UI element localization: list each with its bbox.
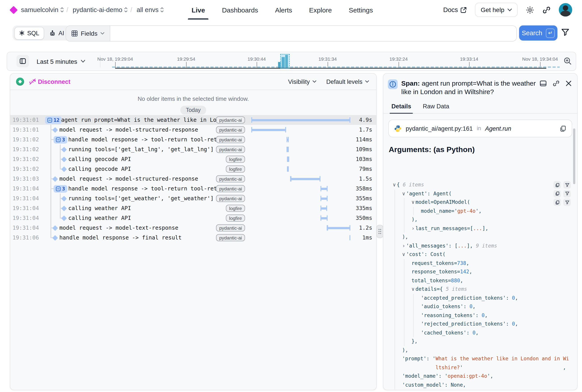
span-header: Span: agent run prompt=What is the weath… [383, 74, 577, 96]
indent-guide [404, 207, 404, 216]
trace-row[interactable]: 19:31:0112agent run prompt=What is the w… [10, 115, 376, 125]
indent-guide [413, 302, 414, 311]
indent-guide [395, 328, 395, 337]
gantt-track [251, 203, 350, 213]
nav-item-explore[interactable]: Explore [309, 0, 332, 20]
indent-guide [395, 337, 395, 346]
today-button[interactable]: Today [181, 106, 206, 114]
docs-label: Docs [443, 6, 458, 14]
docs-link[interactable]: Docs [443, 6, 467, 14]
trace-row[interactable]: 19:31:06handle model response -> final r… [10, 233, 376, 242]
code-token: 0 [469, 304, 473, 310]
span-title: Span: agent run prompt=What is the weath… [401, 79, 545, 96]
trace-row[interactable]: 19:31:01model request -> model-structure… [10, 125, 376, 135]
gantt-track [251, 213, 350, 223]
trace-row[interactable]: 19:31:02calling geocode APIlogfire103ms [10, 154, 376, 164]
copy-node-button[interactable] [553, 198, 561, 206]
filter-node-button[interactable] [563, 190, 571, 197]
copy-node-button[interactable] [553, 181, 561, 189]
breadcrumb-org[interactable]: samuelcolvin [21, 6, 64, 14]
search-input[interactable] [110, 26, 516, 41]
time-range-dropdown[interactable]: Last 5 minutes [37, 52, 85, 70]
collapse-badge[interactable]: 3 [54, 185, 67, 192]
search-button[interactable]: Search ↵ [519, 26, 557, 40]
tab-raw-data[interactable]: Raw Data [423, 103, 449, 113]
indent-guide [404, 337, 404, 346]
zoom-in-icon[interactable] [563, 57, 572, 66]
close-icon[interactable] [565, 80, 572, 86]
disconnect-button[interactable]: Disconnect [30, 78, 71, 85]
timeline-tick-label: Nov 18, 19:34:04 [522, 56, 558, 62]
tree-guide [60, 164, 61, 169]
tree-caret[interactable]: ∨ [393, 182, 396, 188]
tab-details[interactable]: Details [391, 103, 411, 113]
tree-guide [51, 144, 51, 154]
copy-link-icon[interactable] [552, 80, 560, 87]
nav-item-dashboards[interactable]: Dashboards [222, 0, 258, 20]
top-navbar: samuelcolvin pydantic-ai-demo all envs L… [0, 0, 582, 20]
scope-tag: pydantic-ai [216, 146, 245, 153]
filter-node-button[interactable] [563, 198, 571, 206]
default-levels-dropdown[interactable]: Default levels [326, 78, 369, 85]
trace-row[interactable]: 19:31:023handle model response -> tool-r… [10, 135, 376, 144]
sql-mode-button[interactable]: SQL [14, 26, 44, 40]
code-token: 'cost': Cost( [406, 252, 446, 257]
trace-row[interactable]: 19:31:03model request -> model-structure… [10, 174, 376, 184]
scrollbar-thumb[interactable] [573, 128, 575, 184]
nav-right: Docs Get help [443, 3, 582, 17]
trace-row[interactable]: 19:31:04calling weather APIlogfire350ms [10, 213, 376, 223]
timeline-tick-label: 19:33:14 [460, 56, 478, 62]
code-token: , [472, 304, 476, 310]
trace-row[interactable]: 19:31:043handle model response -> tool-r… [10, 184, 376, 194]
trace-row-duration: 350ms [341, 213, 372, 223]
copy-node-button[interactable] [553, 190, 561, 197]
breadcrumb-project[interactable]: pydantic-ai-demo [67, 6, 128, 14]
indent-guide [413, 328, 414, 337]
tree-caret[interactable]: › [412, 226, 415, 231]
code-token: ... [458, 243, 467, 248]
filter-funnel-icon[interactable] [561, 28, 569, 36]
panel-bottom-icon[interactable] [540, 80, 547, 87]
gantt-bar [321, 216, 328, 221]
tree-caret[interactable]: ∨ [402, 191, 405, 196]
source-location-chip[interactable]: pydantic_ai/agent.py:161 in Agent.run [388, 120, 572, 137]
copy-icon[interactable] [560, 125, 566, 132]
breadcrumb-env[interactable]: all envs [130, 6, 164, 14]
disconnect-label: Disconnect [38, 78, 71, 85]
code-token: model=OpenAIModel( [416, 199, 470, 205]
tree-caret[interactable]: ∨ [402, 252, 405, 257]
tree-caret[interactable]: ∨ [412, 199, 415, 205]
ai-mode-button[interactable]: AI [45, 30, 68, 36]
trace-row-time: 19:31:02 [13, 164, 39, 174]
timeline-selection[interactable] [280, 54, 290, 69]
code-line: 'custom_model': None, [388, 381, 572, 389]
collapse-badge[interactable]: 3 [54, 136, 67, 144]
nav-item-live[interactable]: Live [192, 0, 205, 20]
gantt-track [251, 154, 350, 164]
tree-caret[interactable]: ∨ [412, 286, 415, 292]
code-token: }, [412, 338, 418, 344]
tree-guide [60, 213, 61, 218]
theme-toggle-sun-icon[interactable] [526, 6, 534, 14]
filter-node-button[interactable] [563, 181, 571, 189]
panel-resize-handle[interactable] [376, 225, 383, 238]
code-token: total_tokens= [412, 278, 451, 284]
tree-caret[interactable]: › [402, 243, 405, 248]
trace-row[interactable]: 19:31:02running tools=['get_lat_lng', 'g… [10, 144, 376, 154]
collapse-badge[interactable]: 12 [45, 116, 62, 124]
share-link-icon[interactable] [542, 6, 551, 14]
nav-item-settings[interactable]: Settings [349, 0, 373, 20]
fields-button[interactable]: Fields [66, 26, 110, 41]
get-help-button[interactable]: Get help [475, 3, 518, 17]
trace-row[interactable]: 19:31:04calling weather APIlogfire335ms [10, 203, 376, 213]
visibility-dropdown[interactable]: Visibility [288, 78, 317, 85]
trace-row-time: 19:31:04 [13, 194, 39, 203]
trace-row[interactable]: 19:31:04model request -> model-text-resp… [10, 223, 376, 233]
trace-row[interactable]: 19:31:04running tools=['get_weather', 'g… [10, 194, 376, 203]
nav-item-alerts[interactable]: Alerts [275, 0, 292, 20]
tree-guide [51, 194, 51, 203]
user-avatar[interactable] [559, 3, 572, 16]
code-token: 'accepted_prediction_tokens': [421, 295, 512, 301]
trace-row[interactable]: 19:31:02calling geocode APIlogfire79ms [10, 164, 376, 174]
sidebar-toggle-button[interactable] [17, 55, 29, 67]
